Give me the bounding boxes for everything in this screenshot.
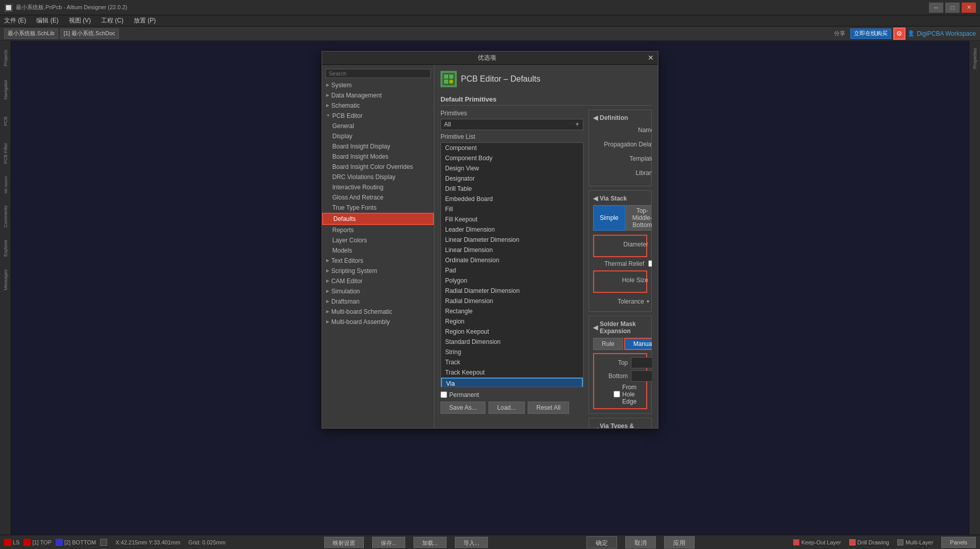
primitive-list[interactable]: Component Component Body Design View Des… [440, 142, 583, 387]
manual-button[interactable]: Manual [624, 338, 652, 350]
list-item[interactable]: Linear Diameter Dimension [441, 235, 583, 245]
maximize-button[interactable]: □ [945, 3, 960, 13]
list-item[interactable]: Ordinate Dimension [441, 255, 583, 265]
layer-badge-top: [1] TOP [23, 539, 52, 546]
tab-simple[interactable]: Simple [593, 205, 625, 231]
sidebar-explorer-icon[interactable]: Explorer [1, 233, 11, 263]
primitives-dropdown[interactable]: All ▼ [440, 119, 583, 130]
bottom-value-input[interactable]: 0.102m [631, 370, 652, 382]
tree-item-data-management[interactable]: Data Management [322, 90, 434, 101]
tree-item-board-insight-modes[interactable]: Board Insight Modes [322, 152, 434, 162]
panels-button[interactable]: Panels [941, 537, 976, 548]
permanent-checkbox[interactable] [440, 391, 447, 398]
list-item[interactable]: Rectangle [441, 306, 583, 316]
list-item[interactable]: Standard Dimension [441, 337, 583, 347]
tree-item-multi-board-assembly[interactable]: Multi-board Assembly [322, 317, 434, 327]
tab-top-middle-bottom[interactable]: Top-Middle-Bottom [626, 205, 652, 231]
rule-button[interactable]: Rule [593, 338, 623, 350]
title-bar-buttons: ─ □ ✕ [929, 3, 976, 13]
tree-item-layer-colors[interactable]: Layer Colors [322, 235, 434, 245]
tree-item-pcb-editor[interactable]: PCB Editor [322, 111, 434, 121]
tree-item-cam-editor[interactable]: CAM Editor [322, 276, 434, 286]
list-item[interactable]: Drill Table [441, 184, 583, 194]
list-item[interactable]: Polygon [441, 276, 583, 286]
list-item[interactable]: Track [441, 357, 583, 367]
tree-item-defaults[interactable]: Defaults [322, 213, 434, 225]
tree-item-reports[interactable]: Reports [322, 225, 434, 235]
sidebar-pcb-icon[interactable]: PCB [1, 106, 11, 137]
menu-file[interactable]: 文件 (E) [2, 16, 28, 25]
tree-item-draftsman[interactable]: Draftsman [322, 296, 434, 307]
list-item[interactable]: Designator [441, 173, 583, 184]
list-item[interactable]: Component [441, 143, 583, 153]
list-item[interactable]: Fill Keepout [441, 214, 583, 224]
tree-item-board-insight-color-overrides[interactable]: Board Insight Color Overrides [322, 162, 434, 172]
online-buy-button[interactable]: 立即在线购买 [850, 29, 891, 39]
tab-schlib[interactable]: 最小系统板.SchLib [4, 29, 58, 39]
list-item[interactable]: Leader Dimension [441, 224, 583, 235]
layer-label-top: [1] TOP [32, 539, 52, 545]
sidebar-comments-icon[interactable]: Comments [1, 201, 11, 232]
list-item[interactable]: Embedded Board [441, 194, 583, 204]
save-as-button[interactable]: Save As... [440, 402, 485, 414]
load-button[interactable]: Load... [488, 402, 525, 414]
list-item[interactable]: Radial Dimension [441, 296, 583, 306]
sidebar-properties-icon[interactable]: Properties [970, 43, 980, 73]
gear-button[interactable]: ⚙ [893, 28, 905, 40]
solder-mask-highlight-box: Top 0.102m 🔗 Tented [593, 353, 647, 409]
close-button[interactable]: ✕ [962, 3, 976, 13]
ok-button[interactable]: 确定 [586, 536, 617, 548]
sidebar-projects-icon[interactable]: Projects [1, 43, 11, 73]
workspace-label[interactable]: DigiPCBA Workspace [917, 30, 976, 37]
tree-item-gloss-and-retrace[interactable]: Gloss And Retrace [322, 192, 434, 203]
menu-place[interactable]: 放置 (P) [132, 16, 158, 25]
tree-item-multi-board-schematic[interactable]: Multi-board Schematic [322, 307, 434, 317]
list-item[interactable]: Fill [441, 204, 583, 214]
list-item[interactable]: Design View [441, 163, 583, 173]
tree-item-system[interactable]: System [322, 80, 434, 90]
reset-all-button[interactable]: Reset All [528, 402, 569, 414]
list-item[interactable]: Track Keepout [441, 367, 583, 378]
thermal-relief-checkbox[interactable] [648, 260, 652, 267]
list-item[interactable]: Radial Diameter Dimension [441, 286, 583, 296]
import-status-button[interactable]: 导入... [455, 537, 488, 548]
tree-item-simulation[interactable]: Simulation [322, 286, 434, 296]
load-status-button[interactable]: 加载... [413, 537, 447, 548]
list-item[interactable]: Linear Dimension [441, 245, 583, 255]
list-item[interactable]: Region [441, 316, 583, 327]
tree-item-models[interactable]: Models [322, 245, 434, 256]
tree-item-general[interactable]: General [322, 121, 434, 131]
tree-item-drc-violations-display[interactable]: DRC Violations Display [322, 172, 434, 182]
tree-item-schematic[interactable]: Schematic [322, 101, 434, 111]
list-item[interactable]: Region Keepout [441, 327, 583, 337]
list-item-via[interactable]: Via [441, 378, 583, 387]
tree-item-true-type-fonts[interactable]: True Type Fonts [322, 203, 434, 213]
list-item[interactable]: String [441, 347, 583, 357]
tree-item-display[interactable]: Display [322, 131, 434, 141]
file-action-buttons: Save As... Load... Reset All [440, 402, 583, 414]
list-item[interactable]: Component Body [441, 153, 583, 163]
menu-project[interactable]: 工程 (C) [99, 16, 126, 25]
sidebar-pcbfilter-icon[interactable]: PCB Filter [1, 138, 11, 168]
tree-item-interactive-routing[interactable]: Interactive Routing [322, 182, 434, 192]
from-hole-edge-checkbox[interactable] [614, 391, 620, 397]
mapping-button[interactable]: 映射设置 [324, 537, 364, 548]
sidebar-manufacturer-icon[interactable]: Mfr Search [1, 169, 11, 200]
save-status-button[interactable]: 保存... [372, 537, 405, 548]
tab-schdoc[interactable]: [1] 最小系统.SchDoc [60, 29, 119, 39]
top-value-input[interactable]: 0.102m [631, 357, 652, 368]
minimize-button[interactable]: ─ [929, 3, 943, 13]
menu-edit[interactable]: 编辑 (E) [34, 16, 60, 25]
svg-rect-3 [444, 80, 448, 84]
menu-view[interactable]: 视图 (V) [67, 16, 93, 25]
tree-item-scripting-system[interactable]: Scripting System [322, 266, 434, 276]
sidebar-navigator-icon[interactable]: Navigator [1, 74, 11, 105]
dialog-close-button[interactable]: ✕ [648, 54, 654, 62]
tree-item-text-editors[interactable]: Text Editors [322, 256, 434, 266]
tree-item-board-insight-display[interactable]: Board Insight Display [322, 141, 434, 152]
list-item[interactable]: Pad [441, 265, 583, 276]
cancel-button[interactable]: 取消 [625, 536, 656, 548]
search-input[interactable] [325, 69, 431, 78]
sidebar-messages-icon[interactable]: Messages [1, 264, 11, 295]
apply-button[interactable]: 应用 [664, 536, 695, 548]
